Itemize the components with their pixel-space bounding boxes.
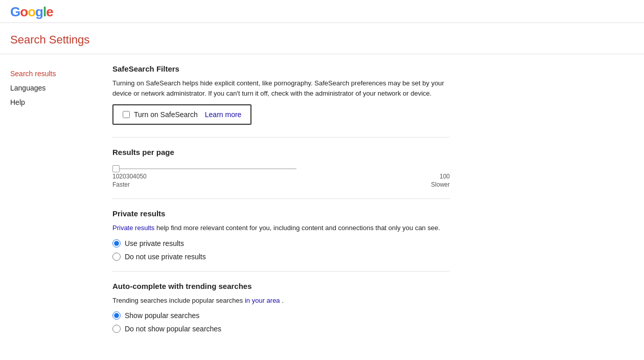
safesearch-box: Turn on SafeSearch Learn more xyxy=(112,104,251,125)
do-not-show-popular-searches-radio[interactable] xyxy=(112,325,121,333)
slider-wrapper xyxy=(112,163,296,171)
do-not-show-popular-searches-label[interactable]: Do not show popular searches xyxy=(112,325,450,333)
logo-e: e xyxy=(46,5,53,18)
results-per-page-section: Results per page 10 20 30 40 50 100 Fast… xyxy=(112,148,450,199)
slider-hint: Faster Slower xyxy=(112,181,450,188)
safesearch-section: SafeSearch Filters Turning on SafeSearch… xyxy=(112,64,450,138)
main-content: SafeSearch Filters Turning on SafeSearch… xyxy=(102,64,450,353)
use-private-results-radio[interactable] xyxy=(112,239,121,248)
slider-label-100: 100 xyxy=(440,173,450,180)
logo-o1: o xyxy=(20,5,28,18)
show-popular-searches-label[interactable]: Show popular searches xyxy=(112,311,450,320)
autocomplete-desc-period: . xyxy=(282,297,284,304)
autocomplete-description: Trending searches include popular search… xyxy=(112,296,450,306)
slider-label-40: 40 xyxy=(133,173,140,180)
slider-label-50: 50 xyxy=(140,173,146,180)
use-private-results-label[interactable]: Use private results xyxy=(112,239,450,248)
learn-more-link[interactable]: Learn more xyxy=(205,110,242,119)
sidebar: Search results Languages Help xyxy=(10,64,102,353)
private-results-description: Private results help find more relevant … xyxy=(112,223,450,233)
slider-label-spacer xyxy=(147,173,440,180)
safesearch-checkbox-label: Turn on SafeSearch xyxy=(134,110,198,119)
logo-g: G xyxy=(10,5,20,18)
slider-labels: 10 20 30 40 50 100 xyxy=(112,173,450,180)
content-wrapper: Search results Languages Help SafeSearch… xyxy=(0,54,644,360)
use-private-results-text: Use private results xyxy=(125,239,184,248)
slider-hint-slower: Slower xyxy=(431,181,450,188)
private-results-section: Private results Private results help fin… xyxy=(112,209,450,272)
private-results-title: Private results xyxy=(112,209,450,218)
logo-g2: g xyxy=(35,5,43,18)
sidebar-item-search-results[interactable]: Search results xyxy=(10,66,102,81)
private-results-link[interactable]: Private results xyxy=(112,224,154,232)
do-not-use-private-results-text: Do not use private results xyxy=(125,253,206,261)
autocomplete-desc-link[interactable]: in your area xyxy=(245,297,280,304)
safesearch-label[interactable]: Turn on SafeSearch xyxy=(123,110,198,119)
do-not-use-private-results-label[interactable]: Do not use private results xyxy=(112,253,450,261)
do-not-use-private-results-radio[interactable] xyxy=(112,253,121,261)
header: G o o g l e xyxy=(0,0,644,23)
slider-label-30: 30 xyxy=(126,173,133,180)
sidebar-item-help[interactable]: Help xyxy=(10,95,102,109)
private-results-desc-rest: help find more relevant content for you,… xyxy=(156,224,440,232)
sidebar-item-languages[interactable]: Languages xyxy=(10,81,102,95)
autocomplete-desc-text: Trending searches include popular search… xyxy=(112,297,245,304)
page-title: Search Settings xyxy=(0,23,644,54)
google-logo: G o o g l e xyxy=(10,5,634,18)
results-per-page-title: Results per page xyxy=(112,148,450,156)
safesearch-checkbox[interactable] xyxy=(123,111,130,118)
results-per-page-slider[interactable] xyxy=(112,168,296,169)
logo-o2: o xyxy=(28,5,35,18)
autocomplete-radio-group: Show popular searches Do not show popula… xyxy=(112,311,450,333)
do-not-show-popular-searches-text: Do not show popular searches xyxy=(125,325,221,333)
slider-hint-faster: Faster xyxy=(112,181,130,188)
autocomplete-title: Auto-complete with trending searches xyxy=(112,282,450,290)
slider-section: 10 20 30 40 50 100 Faster Slower xyxy=(112,163,450,188)
safesearch-description: Turning on SafeSearch helps hide explici… xyxy=(112,78,450,98)
show-popular-searches-radio[interactable] xyxy=(112,311,121,320)
slider-label-10: 10 xyxy=(112,173,119,180)
autocomplete-section: Auto-complete with trending searches Tre… xyxy=(112,282,450,344)
show-popular-searches-text: Show popular searches xyxy=(125,311,199,320)
slider-label-20: 20 xyxy=(119,173,126,180)
private-results-radio-group: Use private results Do not use private r… xyxy=(112,239,450,261)
safesearch-title: SafeSearch Filters xyxy=(112,64,450,73)
